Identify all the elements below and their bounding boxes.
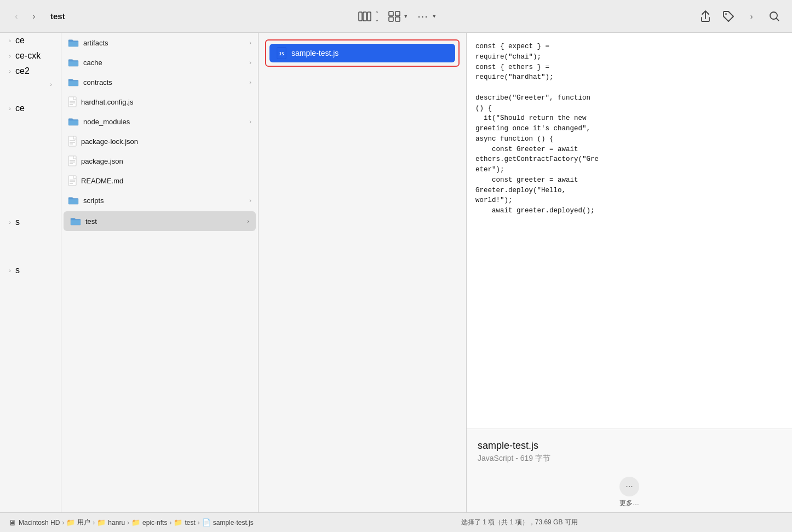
file-info: sample-test.js JavaScript - 619 字节 — [467, 429, 792, 472]
file-item-name-readme: README.md — [81, 177, 251, 185]
file-item-package-lock[interactable]: package-lock.json — [61, 131, 258, 151]
file-item-package-json[interactable]: package.json — [61, 151, 258, 171]
more-options-button[interactable]: ··· — [414, 8, 432, 25]
view-columns-control[interactable]: ⌃⌄ — [356, 8, 379, 25]
file-item-arrow-test: › — [247, 218, 249, 224]
sidebar-chevron-3[interactable]: › — [4, 66, 15, 77]
svg-rect-0 — [359, 12, 362, 21]
statusbar-sep-1: › — [62, 519, 64, 527]
test-panel: JS sample-test.js — [259, 33, 467, 512]
sidebar-chevron-7[interactable]: › — [4, 265, 15, 276]
tag-button[interactable] — [720, 8, 737, 25]
selected-file-name: sample-test.js — [291, 49, 338, 57]
grid-view-button[interactable] — [386, 8, 403, 25]
selected-file-item[interactable]: JS sample-test.js — [269, 44, 455, 62]
sidebar-chevron-4[interactable]: › — [45, 79, 56, 90]
file-item-name-contracts: contracts — [83, 78, 245, 86]
file-info-name: sample-test.js — [478, 440, 781, 452]
sidebar-chevron-6[interactable]: › — [4, 217, 15, 228]
svg-rect-5 — [389, 17, 393, 21]
sidebar: › ce › ce-cxk › ce2 › › ce › — [0, 33, 61, 512]
file-item-name-package-lock: package-lock.json — [81, 137, 251, 146]
sidebar-section-6: › s — [0, 215, 61, 230]
statusbar-hd-label[interactable]: Macintosh HD — [19, 519, 60, 527]
toolbar: ‹ › test ⌃⌄ ▾ — [0, 0, 792, 33]
folder-icon-artifacts — [68, 38, 79, 47]
forward-button[interactable]: › — [26, 9, 42, 24]
more-options-control[interactable]: ··· ▾ — [414, 8, 436, 25]
statusbar-label-sample-test[interactable]: sample-test.js — [213, 519, 254, 527]
file-item-arrow-cache: › — [249, 59, 251, 66]
statusbar-folder-icon-4: 📁 — [174, 518, 182, 527]
sidebar-chevron-5[interactable]: › — [4, 103, 15, 114]
statusbar-file-icon: 📄 — [202, 518, 211, 527]
more-btn-container: ··· 更多… — [467, 472, 792, 512]
back-button[interactable]: ‹ — [9, 9, 24, 24]
file-item-name-package-json: package.json — [81, 157, 251, 165]
toolbar-center-controls: ⌃⌄ ▾ ··· ▾ — [356, 8, 436, 25]
file-item-readme[interactable]: README.md — [61, 171, 258, 190]
statusbar-label-epic-nfts[interactable]: epic-nfts — [142, 519, 167, 527]
svg-rect-2 — [368, 12, 371, 21]
statusbar-sep-2: › — [93, 519, 95, 527]
nav-buttons: ‹ › — [9, 9, 42, 24]
file-item-name-node-modules: node_modules — [83, 118, 245, 126]
file-item-test[interactable]: test › — [64, 211, 256, 231]
statusbar-label-test[interactable]: test — [185, 519, 195, 527]
folder-icon-test — [70, 217, 81, 225]
folder-icon-cache — [68, 58, 79, 67]
file-item-name-hardhat-config: hardhat.config.js — [81, 98, 251, 106]
file-item-cache[interactable]: cache › — [61, 53, 258, 72]
sidebar-section-7: › s — [0, 263, 61, 278]
statusbar-status-text: 选择了 1 项（共 1 项），73.69 GB 可用 — [256, 518, 783, 527]
file-item-contracts[interactable]: contracts › — [61, 72, 258, 92]
sidebar-item-label-3: ce2 — [15, 66, 30, 76]
file-item-name-cache: cache — [83, 59, 245, 67]
file-item-artifacts[interactable]: artifacts › — [61, 33, 258, 53]
svg-rect-17 — [68, 156, 76, 166]
file-item-hardhat-config[interactable]: hardhat.config.js — [61, 92, 258, 112]
statusbar-folder-icon-3: 📁 — [131, 518, 140, 527]
selected-file-icon: JS — [276, 47, 287, 59]
main-content: › ce › ce-cxk › ce2 › › ce › — [0, 33, 792, 512]
statusbar-label-users[interactable]: 用户 — [77, 518, 90, 527]
svg-rect-9 — [68, 97, 76, 107]
file-item-name-artifacts: artifacts — [83, 39, 245, 47]
grid-view-control[interactable]: ▾ — [386, 8, 408, 25]
statusbar-folder-icon-1: 📁 — [66, 518, 75, 527]
more-label: 更多… — [619, 499, 639, 508]
file-item-arrow-artifacts: › — [249, 39, 251, 46]
chevron-down-button[interactable]: › — [743, 8, 760, 25]
file-icon-readme — [68, 175, 77, 186]
sidebar-rows: › ce › ce-cxk › ce2 › › ce › — [0, 33, 61, 512]
file-icon-package-lock — [68, 136, 77, 147]
sidebar-section-2: › ce-cxk — [0, 48, 61, 63]
toolbar-right-controls: › — [697, 8, 783, 25]
view-toggle-chevron[interactable]: ⌃⌄ — [375, 10, 379, 22]
statusbar-sep-4: › — [169, 519, 171, 527]
more-actions-button[interactable]: ··· — [619, 477, 639, 496]
folder-icon-contracts — [68, 78, 79, 86]
selected-file-highlight: JS sample-test.js — [265, 39, 460, 67]
sidebar-item-label-5: ce — [15, 103, 25, 113]
share-button[interactable] — [697, 8, 714, 25]
folder-icon-node-modules — [68, 117, 79, 126]
svg-text:JS: JS — [279, 51, 284, 56]
sidebar-chevron-2[interactable]: › — [4, 50, 15, 61]
statusbar-folder-icon-2: 📁 — [97, 518, 106, 527]
file-item-arrow-scripts: › — [249, 197, 251, 204]
file-list-panel: artifacts › cache › contracts › — [61, 33, 259, 512]
svg-rect-21 — [68, 176, 76, 186]
more-dropdown-arrow[interactable]: ▾ — [433, 13, 436, 20]
sidebar-item-label-1: ce — [15, 36, 25, 45]
view-columns-button[interactable] — [356, 8, 374, 25]
file-item-scripts[interactable]: scripts › — [61, 190, 258, 210]
file-icon-package-json — [68, 155, 77, 166]
statusbar-label-hanru[interactable]: hanru — [108, 519, 125, 527]
file-item-node-modules[interactable]: node_modules › — [61, 112, 258, 131]
grid-dropdown-arrow[interactable]: ▾ — [404, 13, 408, 20]
search-button[interactable] — [766, 8, 783, 25]
sidebar-section-3: › ce2 — [0, 63, 61, 79]
statusbar-path: 🖥 Macintosh HD › 📁 用户 › 📁 hanru › 📁 epic… — [9, 518, 254, 527]
sidebar-chevron-1[interactable]: › — [4, 35, 15, 46]
